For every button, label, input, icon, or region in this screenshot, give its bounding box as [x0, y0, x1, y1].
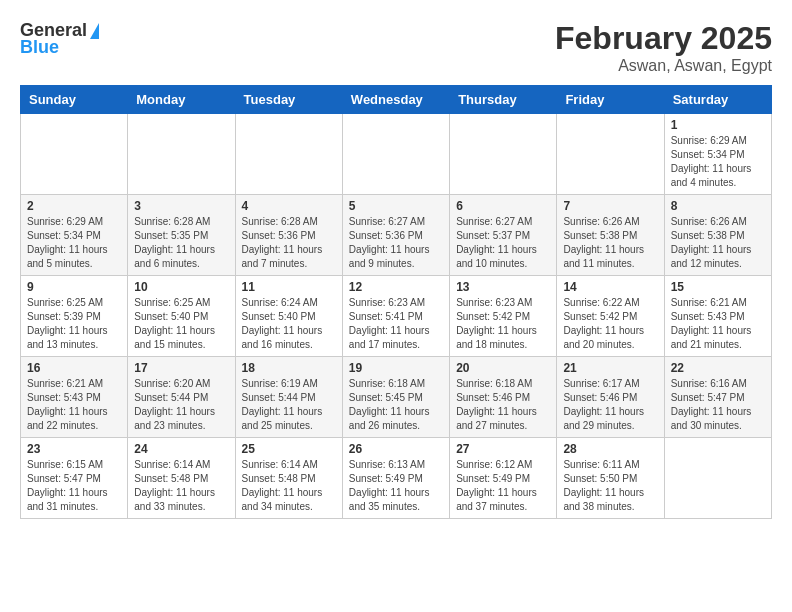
calendar-day-cell: 7Sunrise: 6:26 AM Sunset: 5:38 PM Daylig… — [557, 195, 664, 276]
day-info: Sunrise: 6:28 AM Sunset: 5:36 PM Dayligh… — [242, 215, 336, 271]
calendar-day-cell: 6Sunrise: 6:27 AM Sunset: 5:37 PM Daylig… — [450, 195, 557, 276]
day-number: 25 — [242, 442, 336, 456]
calendar-day-cell: 12Sunrise: 6:23 AM Sunset: 5:41 PM Dayli… — [342, 276, 449, 357]
calendar-day-cell: 3Sunrise: 6:28 AM Sunset: 5:35 PM Daylig… — [128, 195, 235, 276]
day-info: Sunrise: 6:11 AM Sunset: 5:50 PM Dayligh… — [563, 458, 657, 514]
calendar-day-cell: 19Sunrise: 6:18 AM Sunset: 5:45 PM Dayli… — [342, 357, 449, 438]
calendar-week-row: 9Sunrise: 6:25 AM Sunset: 5:39 PM Daylig… — [21, 276, 772, 357]
calendar-day-cell: 22Sunrise: 6:16 AM Sunset: 5:47 PM Dayli… — [664, 357, 771, 438]
day-info: Sunrise: 6:29 AM Sunset: 5:34 PM Dayligh… — [671, 134, 765, 190]
day-number: 2 — [27, 199, 121, 213]
calendar-day-cell: 27Sunrise: 6:12 AM Sunset: 5:49 PM Dayli… — [450, 438, 557, 519]
calendar-title: February 2025 — [555, 20, 772, 57]
day-number: 23 — [27, 442, 121, 456]
day-number: 4 — [242, 199, 336, 213]
page-header: General Blue February 2025 Aswan, Aswan,… — [20, 20, 772, 75]
day-number: 9 — [27, 280, 121, 294]
day-info: Sunrise: 6:18 AM Sunset: 5:46 PM Dayligh… — [456, 377, 550, 433]
calendar-day-cell: 28Sunrise: 6:11 AM Sunset: 5:50 PM Dayli… — [557, 438, 664, 519]
day-number: 18 — [242, 361, 336, 375]
day-number: 19 — [349, 361, 443, 375]
day-info: Sunrise: 6:29 AM Sunset: 5:34 PM Dayligh… — [27, 215, 121, 271]
day-number: 15 — [671, 280, 765, 294]
day-number: 8 — [671, 199, 765, 213]
calendar-header-sunday: Sunday — [21, 86, 128, 114]
day-info: Sunrise: 6:21 AM Sunset: 5:43 PM Dayligh… — [671, 296, 765, 352]
day-number: 3 — [134, 199, 228, 213]
calendar-day-cell: 15Sunrise: 6:21 AM Sunset: 5:43 PM Dayli… — [664, 276, 771, 357]
logo-text-blue: Blue — [20, 37, 59, 58]
calendar-day-cell: 23Sunrise: 6:15 AM Sunset: 5:47 PM Dayli… — [21, 438, 128, 519]
calendar-day-cell: 24Sunrise: 6:14 AM Sunset: 5:48 PM Dayli… — [128, 438, 235, 519]
day-info: Sunrise: 6:24 AM Sunset: 5:40 PM Dayligh… — [242, 296, 336, 352]
day-info: Sunrise: 6:19 AM Sunset: 5:44 PM Dayligh… — [242, 377, 336, 433]
calendar-header-wednesday: Wednesday — [342, 86, 449, 114]
day-info: Sunrise: 6:13 AM Sunset: 5:49 PM Dayligh… — [349, 458, 443, 514]
calendar-day-cell: 16Sunrise: 6:21 AM Sunset: 5:43 PM Dayli… — [21, 357, 128, 438]
calendar-day-cell — [21, 114, 128, 195]
day-number: 17 — [134, 361, 228, 375]
calendar-day-cell: 25Sunrise: 6:14 AM Sunset: 5:48 PM Dayli… — [235, 438, 342, 519]
day-info: Sunrise: 6:25 AM Sunset: 5:39 PM Dayligh… — [27, 296, 121, 352]
day-number: 11 — [242, 280, 336, 294]
calendar-header-tuesday: Tuesday — [235, 86, 342, 114]
calendar-day-cell: 2Sunrise: 6:29 AM Sunset: 5:34 PM Daylig… — [21, 195, 128, 276]
calendar-day-cell: 4Sunrise: 6:28 AM Sunset: 5:36 PM Daylig… — [235, 195, 342, 276]
calendar-day-cell: 21Sunrise: 6:17 AM Sunset: 5:46 PM Dayli… — [557, 357, 664, 438]
calendar-header-saturday: Saturday — [664, 86, 771, 114]
day-info: Sunrise: 6:20 AM Sunset: 5:44 PM Dayligh… — [134, 377, 228, 433]
calendar-day-cell — [235, 114, 342, 195]
logo-arrow-icon — [90, 23, 99, 39]
calendar-day-cell — [342, 114, 449, 195]
calendar-week-row: 2Sunrise: 6:29 AM Sunset: 5:34 PM Daylig… — [21, 195, 772, 276]
logo: General Blue — [20, 20, 99, 58]
calendar-day-cell: 26Sunrise: 6:13 AM Sunset: 5:49 PM Dayli… — [342, 438, 449, 519]
day-info: Sunrise: 6:14 AM Sunset: 5:48 PM Dayligh… — [134, 458, 228, 514]
calendar-day-cell: 8Sunrise: 6:26 AM Sunset: 5:38 PM Daylig… — [664, 195, 771, 276]
calendar-day-cell — [450, 114, 557, 195]
day-number: 13 — [456, 280, 550, 294]
day-info: Sunrise: 6:22 AM Sunset: 5:42 PM Dayligh… — [563, 296, 657, 352]
calendar-week-row: 1Sunrise: 6:29 AM Sunset: 5:34 PM Daylig… — [21, 114, 772, 195]
calendar-day-cell: 17Sunrise: 6:20 AM Sunset: 5:44 PM Dayli… — [128, 357, 235, 438]
calendar-header-row: SundayMondayTuesdayWednesdayThursdayFrid… — [21, 86, 772, 114]
calendar-day-cell: 5Sunrise: 6:27 AM Sunset: 5:36 PM Daylig… — [342, 195, 449, 276]
day-info: Sunrise: 6:18 AM Sunset: 5:45 PM Dayligh… — [349, 377, 443, 433]
day-info: Sunrise: 6:23 AM Sunset: 5:42 PM Dayligh… — [456, 296, 550, 352]
calendar-week-row: 23Sunrise: 6:15 AM Sunset: 5:47 PM Dayli… — [21, 438, 772, 519]
day-info: Sunrise: 6:21 AM Sunset: 5:43 PM Dayligh… — [27, 377, 121, 433]
title-block: February 2025 Aswan, Aswan, Egypt — [555, 20, 772, 75]
day-number: 24 — [134, 442, 228, 456]
calendar-day-cell: 11Sunrise: 6:24 AM Sunset: 5:40 PM Dayli… — [235, 276, 342, 357]
day-number: 21 — [563, 361, 657, 375]
calendar-day-cell: 9Sunrise: 6:25 AM Sunset: 5:39 PM Daylig… — [21, 276, 128, 357]
calendar-subtitle: Aswan, Aswan, Egypt — [555, 57, 772, 75]
day-number: 7 — [563, 199, 657, 213]
day-number: 5 — [349, 199, 443, 213]
day-info: Sunrise: 6:23 AM Sunset: 5:41 PM Dayligh… — [349, 296, 443, 352]
day-number: 22 — [671, 361, 765, 375]
calendar-header-thursday: Thursday — [450, 86, 557, 114]
day-info: Sunrise: 6:16 AM Sunset: 5:47 PM Dayligh… — [671, 377, 765, 433]
calendar-day-cell — [128, 114, 235, 195]
day-info: Sunrise: 6:15 AM Sunset: 5:47 PM Dayligh… — [27, 458, 121, 514]
day-number: 12 — [349, 280, 443, 294]
calendar-day-cell — [664, 438, 771, 519]
calendar-header-friday: Friday — [557, 86, 664, 114]
calendar-day-cell: 13Sunrise: 6:23 AM Sunset: 5:42 PM Dayli… — [450, 276, 557, 357]
calendar-week-row: 16Sunrise: 6:21 AM Sunset: 5:43 PM Dayli… — [21, 357, 772, 438]
day-info: Sunrise: 6:12 AM Sunset: 5:49 PM Dayligh… — [456, 458, 550, 514]
calendar-day-cell: 14Sunrise: 6:22 AM Sunset: 5:42 PM Dayli… — [557, 276, 664, 357]
day-info: Sunrise: 6:26 AM Sunset: 5:38 PM Dayligh… — [563, 215, 657, 271]
calendar-day-cell — [557, 114, 664, 195]
day-number: 26 — [349, 442, 443, 456]
calendar-day-cell: 10Sunrise: 6:25 AM Sunset: 5:40 PM Dayli… — [128, 276, 235, 357]
day-number: 20 — [456, 361, 550, 375]
day-number: 6 — [456, 199, 550, 213]
day-info: Sunrise: 6:26 AM Sunset: 5:38 PM Dayligh… — [671, 215, 765, 271]
day-info: Sunrise: 6:28 AM Sunset: 5:35 PM Dayligh… — [134, 215, 228, 271]
day-number: 16 — [27, 361, 121, 375]
day-info: Sunrise: 6:14 AM Sunset: 5:48 PM Dayligh… — [242, 458, 336, 514]
day-number: 10 — [134, 280, 228, 294]
day-number: 27 — [456, 442, 550, 456]
